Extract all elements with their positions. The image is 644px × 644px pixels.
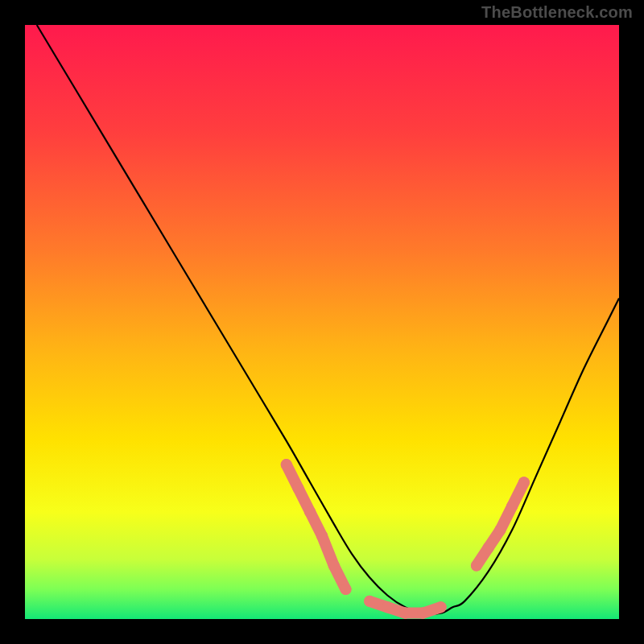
marker-dot <box>518 477 530 488</box>
marker-dot <box>341 584 352 595</box>
chart-svg <box>0 0 644 644</box>
marker-dot <box>436 601 447 613</box>
watermark-text: TheBottleneck.com <box>481 3 633 22</box>
chart-stage: TheBottleneck.com <box>0 0 644 644</box>
